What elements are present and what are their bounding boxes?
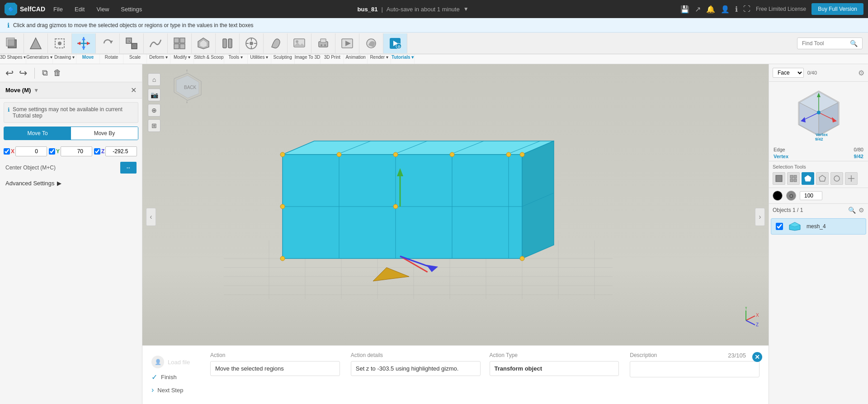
label-generators[interactable]: Generators ▾ bbox=[26, 54, 53, 64]
label-tutorials[interactable]: Tutorials ▾ bbox=[391, 54, 415, 64]
tool-tutorials[interactable]: ⚙ bbox=[383, 33, 407, 53]
fullscreen-icon[interactable]: ⛶ bbox=[743, 5, 750, 13]
tool-move[interactable] bbox=[72, 33, 96, 53]
home-gizmo[interactable]: ⌂ bbox=[148, 73, 160, 86]
share-icon[interactable]: ↗ bbox=[695, 5, 701, 14]
canvas-area[interactable]: ‹ › ⌂ 📷 ⊕ ⊞ BACK ↑ ↓ bbox=[142, 64, 769, 404]
objects-settings-icon[interactable]: ⚙ bbox=[859, 207, 864, 214]
tool-utilities[interactable] bbox=[240, 33, 264, 53]
svg-point-82 bbox=[393, 204, 398, 209]
find-tool-input[interactable] bbox=[802, 40, 847, 47]
object-checkbox[interactable] bbox=[776, 223, 783, 230]
tool-drawing[interactable] bbox=[48, 33, 72, 53]
camera-gizmo[interactable]: 📷 bbox=[148, 89, 160, 101]
label-animation[interactable]: Animation bbox=[344, 54, 368, 64]
label-3dprint[interactable]: 3D Print bbox=[321, 54, 344, 64]
move-by-button[interactable]: Move By bbox=[71, 127, 138, 140]
objects-header-icons: 🔍 ⚙ bbox=[848, 207, 864, 214]
center-object-button[interactable]: ↔ bbox=[120, 162, 137, 174]
select-face-icon[interactable] bbox=[802, 172, 814, 185]
nav-right-button[interactable]: › bbox=[755, 208, 765, 226]
tool-modify[interactable] bbox=[168, 33, 192, 53]
tool-render[interactable] bbox=[359, 33, 383, 53]
label-stitch[interactable]: Stitch & Scoop bbox=[194, 54, 224, 64]
svg-rect-32 bbox=[321, 39, 326, 42]
tool-rotate[interactable] bbox=[96, 33, 120, 53]
next-step-button[interactable]: › Next Step bbox=[151, 386, 201, 394]
grid2-gizmo[interactable]: ⊞ bbox=[148, 119, 160, 132]
label-modify[interactable]: Modify ▾ bbox=[170, 54, 194, 64]
label-3dshapes[interactable]: 3D Shapes ▾ bbox=[0, 54, 26, 64]
select-vertex-icon[interactable] bbox=[830, 172, 843, 185]
animation-icon bbox=[339, 35, 355, 52]
tool-image-to-3d[interactable] bbox=[288, 33, 311, 53]
info-icon[interactable]: ℹ bbox=[735, 5, 738, 14]
y-checkbox[interactable] bbox=[49, 148, 55, 155]
move-to-button[interactable]: Move To bbox=[4, 127, 71, 140]
label-tools[interactable]: Tools ▾ bbox=[224, 54, 248, 64]
tool-tools[interactable] bbox=[216, 33, 240, 53]
autosave-arrow[interactable]: ▼ bbox=[463, 6, 469, 12]
nav-left-button[interactable]: ‹ bbox=[146, 208, 156, 226]
label-render[interactable]: Render ▾ bbox=[368, 54, 391, 64]
view-cube-3d[interactable]: Vertex 9/42 bbox=[769, 82, 868, 145]
y-input[interactable] bbox=[61, 146, 92, 156]
tool-generators[interactable] bbox=[24, 33, 48, 53]
svg-point-80 bbox=[520, 152, 524, 157]
settings-menu[interactable]: Settings bbox=[117, 4, 146, 14]
face-dropdown[interactable]: Face Edge Vertex bbox=[773, 68, 804, 78]
edit-menu[interactable]: Edit bbox=[71, 4, 88, 14]
tool-deform[interactable] bbox=[144, 33, 168, 53]
action-type-label: Action Type bbox=[490, 352, 619, 358]
tool-scale[interactable] bbox=[120, 33, 144, 53]
redo-button[interactable]: ↪ bbox=[19, 67, 27, 79]
x-checkbox[interactable] bbox=[4, 148, 10, 155]
load-file-button[interactable]: 👤 Load file bbox=[151, 356, 201, 368]
bell-icon[interactable]: 🔔 bbox=[706, 5, 715, 14]
panel-dropdown-icon[interactable]: ▼ bbox=[33, 87, 39, 94]
buy-button[interactable]: Buy Full Version bbox=[811, 3, 863, 15]
svg-marker-62 bbox=[283, 141, 554, 155]
copy-button[interactable]: ⧉ bbox=[42, 68, 48, 78]
x-input[interactable] bbox=[15, 146, 47, 156]
label-scale[interactable]: Scale bbox=[123, 54, 147, 64]
undo-button[interactable]: ↩ bbox=[5, 67, 14, 79]
tutorial-close-button[interactable]: ✕ bbox=[752, 352, 762, 362]
label-rotate[interactable]: Rotate bbox=[100, 54, 123, 64]
z-input[interactable] bbox=[105, 146, 137, 156]
select-all-icon[interactable] bbox=[845, 172, 858, 185]
label-sculpting[interactable]: Sculpting bbox=[271, 54, 295, 64]
select-edge-icon[interactable] bbox=[816, 172, 829, 185]
select-sphere-icon[interactable] bbox=[787, 172, 800, 185]
advanced-settings-toggle[interactable]: Advanced Settings ▶ bbox=[5, 180, 137, 187]
tool-3dshapes[interactable] bbox=[0, 33, 24, 53]
modify-icon bbox=[171, 35, 188, 52]
label-move[interactable]: Move bbox=[76, 54, 100, 64]
view-cube[interactable]: BACK ↑ ↓ bbox=[170, 69, 206, 106]
right-panel-settings-icon[interactable]: ⚙ bbox=[858, 69, 864, 77]
save-icon[interactable]: 💾 bbox=[680, 5, 689, 14]
tool-sculpting[interactable] bbox=[264, 33, 288, 53]
label-image-to-3d[interactable]: Image To 3D bbox=[295, 54, 321, 64]
z-checkbox[interactable] bbox=[94, 148, 100, 155]
color-swatch[interactable] bbox=[773, 191, 783, 201]
objects-search-icon[interactable]: 🔍 bbox=[848, 207, 856, 214]
finish-button[interactable]: ✓ Finish bbox=[151, 373, 201, 381]
user-icon[interactable]: 👤 bbox=[721, 5, 730, 14]
delete-button[interactable]: 🗑 bbox=[53, 68, 61, 78]
select-box-icon[interactable] bbox=[773, 172, 785, 185]
panel-close-button[interactable]: ✕ bbox=[131, 86, 137, 94]
tool-animation[interactable] bbox=[335, 33, 359, 53]
tool-stitch[interactable] bbox=[192, 33, 216, 53]
view-menu[interactable]: View bbox=[93, 4, 113, 14]
description-value bbox=[630, 361, 760, 377]
label-deform[interactable]: Deform ▾ bbox=[147, 54, 170, 64]
opacity-input[interactable] bbox=[800, 191, 822, 200]
label-drawing[interactable]: Drawing ▾ bbox=[53, 54, 76, 64]
object-item[interactable]: mesh_4 bbox=[771, 218, 866, 235]
grid-gizmo[interactable]: ⊕ bbox=[148, 104, 160, 117]
tool-3dprint[interactable] bbox=[311, 33, 335, 53]
file-menu[interactable]: File bbox=[50, 4, 66, 14]
mesh-icon-btn[interactable]: ⬡ bbox=[786, 191, 796, 201]
label-utilities[interactable]: Utilities ▾ bbox=[248, 54, 271, 64]
